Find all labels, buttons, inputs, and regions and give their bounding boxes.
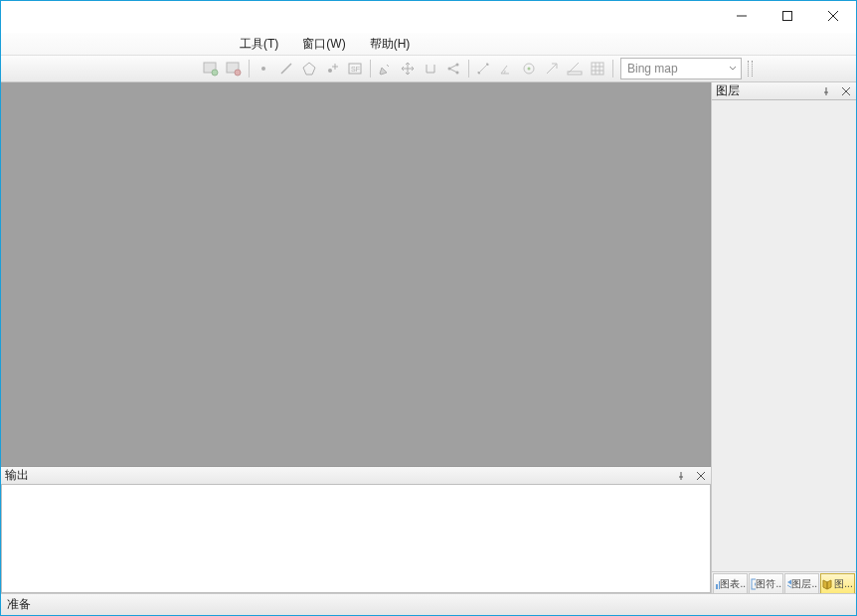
menu-tools[interactable]: 工具(T) (236, 34, 282, 55)
output-panel-title: 输出 (5, 467, 669, 484)
tab-map[interactable]: 图... (820, 573, 855, 593)
add-grid-layer-button[interactable] (223, 58, 245, 79)
output-body[interactable] (1, 485, 711, 593)
add-point-tool-button[interactable] (321, 58, 343, 79)
polygon-tool-button[interactable] (298, 58, 320, 79)
measure-angle-button[interactable] (495, 58, 517, 79)
svg-point-5 (212, 70, 218, 76)
close-panel-button[interactable] (838, 83, 854, 99)
menu-help[interactable]: 帮助(H) (366, 34, 415, 55)
svg-point-8 (261, 67, 265, 71)
map-icon (822, 578, 834, 590)
map-provider-value: Bing map (627, 62, 678, 76)
map-provider-select[interactable]: Bing map (620, 58, 742, 79)
layers-body[interactable] (712, 100, 856, 571)
svg-point-7 (235, 70, 241, 76)
layers-panel: 图层 图表.. 图符.. 图层.. 图... (711, 82, 856, 593)
maximize-button[interactable] (765, 1, 810, 31)
svg-rect-20 (592, 63, 603, 75)
svg-marker-10 (303, 63, 315, 75)
flip-tool-button[interactable] (420, 58, 441, 79)
output-panel: 输出 (1, 466, 711, 593)
layers-panel-title: 图层 (716, 82, 814, 99)
layers-panel-header: 图层 (712, 82, 856, 100)
separator (609, 58, 615, 79)
snap-circle-button[interactable] (518, 58, 540, 79)
tab-chart[interactable]: 图表.. (713, 573, 748, 593)
sf-tool-button[interactable]: SF (344, 58, 366, 79)
output-panel-header: 输出 (1, 467, 711, 485)
tab-label: 图... (834, 577, 852, 591)
layers-tab-strip: 图表.. 图符.. 图层.. 图... (712, 571, 856, 593)
move-tool-button[interactable] (397, 58, 419, 79)
edit-tool-button[interactable] (374, 58, 396, 79)
svg-rect-21 (716, 584, 718, 589)
chevron-down-icon (729, 65, 737, 73)
tab-label: 图表.. (720, 577, 746, 591)
statusbar: 准备 (1, 593, 856, 615)
measure-line-button[interactable] (472, 58, 494, 79)
tab-label: 图符.. (756, 577, 781, 591)
main-area: 输出 图层 图表.. (1, 82, 856, 593)
map-canvas[interactable] (1, 82, 711, 466)
arrow-tool-button[interactable] (541, 58, 563, 79)
svg-text:SF: SF (351, 66, 360, 73)
separator (246, 58, 252, 79)
toolbar-grip[interactable] (747, 58, 753, 79)
minimize-button[interactable] (719, 1, 765, 31)
menu-window[interactable]: 窗口(W) (298, 34, 349, 55)
svg-point-18 (528, 68, 531, 71)
separator (465, 58, 471, 79)
tab-layer[interactable]: 图层.. (784, 573, 819, 593)
status-text: 准备 (7, 596, 31, 613)
point-tool-button[interactable] (253, 58, 274, 79)
window-controls (719, 1, 856, 31)
svg-line-9 (281, 64, 291, 74)
titlebar (1, 1, 856, 33)
svg-point-11 (328, 69, 332, 73)
grid-tool-button[interactable] (587, 58, 608, 79)
branch-tool-button[interactable] (442, 58, 464, 79)
separator (367, 58, 373, 79)
ruler-tool-button[interactable] (564, 58, 586, 79)
line-tool-button[interactable] (275, 58, 297, 79)
pin-button[interactable] (818, 83, 834, 99)
svg-rect-19 (568, 72, 582, 75)
tab-symbol[interactable]: 图符.. (749, 573, 783, 593)
close-button[interactable] (810, 1, 856, 31)
close-panel-button[interactable] (693, 468, 709, 484)
tab-label: 图层.. (791, 577, 817, 591)
toolbar: SF Bing map (1, 55, 856, 82)
svg-rect-1 (783, 12, 792, 21)
menubar: 工具(T) 窗口(W) 帮助(H) (1, 33, 856, 55)
left-column: 输出 (1, 82, 711, 593)
add-image-layer-button[interactable] (200, 58, 222, 79)
pin-button[interactable] (673, 468, 689, 484)
